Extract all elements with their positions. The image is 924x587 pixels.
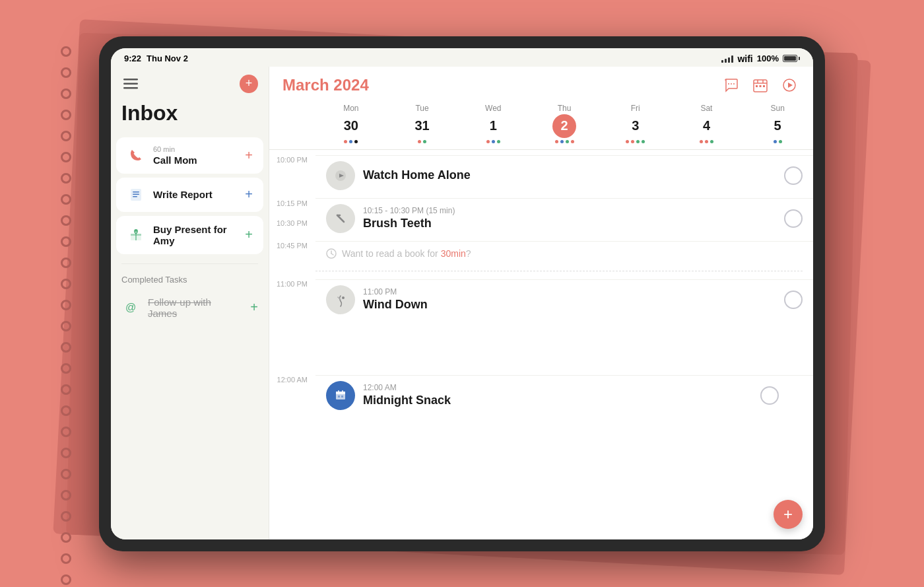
task-icon-gift (127, 226, 145, 244)
calendar-header-actions (721, 75, 800, 96)
day-col-sat[interactable]: Sat 4 (671, 101, 742, 149)
event-midnight-snack[interactable]: 12:00 AM Midnight Snack (315, 376, 813, 415)
event-checkbox-wind-down[interactable] (784, 291, 803, 309)
day-dots-wed (486, 140, 500, 144)
clock-icon (326, 248, 337, 259)
day-dots-sun (774, 140, 782, 144)
ipad-frame: 9:22 Thu Nov 2 wifi 100% (99, 36, 825, 551)
event-details-watch: Watch Home Alone (363, 168, 776, 182)
status-right: wifi 100% (721, 53, 800, 64)
status-time: 9:22 (124, 53, 141, 63)
task-add-buy-present[interactable]: + (245, 227, 253, 242)
timeslot-1045pm: 10:45 PM Want to read a book for 30min? (269, 238, 813, 265)
day-dots-sat (700, 140, 713, 144)
svg-rect-33 (342, 390, 343, 392)
dashed-divider (315, 271, 803, 271)
event-wind-down[interactable]: 11:00 PM Wind Down (315, 280, 813, 320)
calendar-title: March 2024 (282, 76, 369, 94)
play-icon[interactable] (779, 75, 800, 96)
event-icon-wind-down (326, 285, 355, 314)
event-brush-teeth[interactable]: 10:15 - 10:30 PM (15 min) Brush Teeth (315, 199, 813, 238)
event-time-wind-down: 11:00 PM (363, 287, 776, 296)
day-number-wed: 1 (481, 114, 505, 138)
svg-rect-34 (338, 396, 340, 397)
timeslot-12am: 12:00 AM (269, 372, 813, 415)
event-title-midnight-snack: Midnight Snack (363, 394, 752, 407)
timeline-area[interactable]: 10:00 PM Watch Home Alone (269, 150, 813, 539)
week-header: Mon 30 Tue 31 (269, 101, 813, 150)
task-title-follow-up-james: Follow-up with James (148, 296, 242, 319)
day-dots-tue (418, 140, 426, 144)
svg-rect-6 (133, 196, 137, 197)
task-content-write-report: Write Report (153, 189, 237, 200)
fab-add-button[interactable]: + (774, 500, 803, 529)
app-content: + Inbox 60 min Call Mom + (111, 67, 813, 539)
task-add-follow-up[interactable]: + (250, 300, 258, 315)
day-number-tue: 31 (411, 114, 434, 138)
completed-section-title: Completed Tasks (111, 272, 269, 290)
day-col-thu[interactable]: Thu 2 (529, 101, 600, 149)
task-item-follow-up-james: @ Follow-up with James + (111, 290, 269, 326)
battery-icon (783, 55, 800, 62)
day-name-wed: Wed (485, 104, 501, 113)
task-item-call-mom[interactable]: 60 min Call Mom + (116, 137, 263, 174)
task-item-buy-present[interactable]: Buy Present for Amy + (116, 216, 263, 254)
day-col-sun[interactable]: Sun 5 (742, 101, 813, 149)
event-icon-watch (326, 161, 355, 190)
task-add-call-mom[interactable]: + (245, 148, 253, 163)
ipad-screen: 9:22 Thu Nov 2 wifi 100% (111, 48, 813, 539)
time-label-12am: 12:00 AM (269, 375, 315, 384)
svg-rect-19 (763, 85, 765, 87)
time-label-1030pm: 10:30 PM (277, 207, 308, 227)
event-checkbox-watch[interactable] (784, 166, 803, 185)
svg-point-10 (728, 83, 729, 85)
sidebar-toggle-icon[interactable] (121, 75, 140, 93)
task-icon-phone (127, 146, 145, 164)
event-checkbox-brush[interactable] (784, 209, 803, 228)
svg-line-24 (337, 215, 344, 222)
svg-rect-1 (123, 83, 138, 85)
task-add-write-report[interactable]: + (245, 187, 253, 202)
task-icon-report (127, 186, 145, 204)
day-number-sun: 5 (766, 114, 789, 138)
time-label-1015pm: 10:15 PM (277, 198, 308, 207)
day-col-fri[interactable]: Fri 3 (600, 101, 671, 149)
event-watch-home-alone[interactable]: Watch Home Alone (315, 156, 813, 195)
task-item-write-report[interactable]: Write Report + (116, 178, 263, 212)
day-dots-thu (555, 140, 574, 144)
sidebar-add-button[interactable]: + (240, 75, 258, 93)
time-label-1045pm: 10:45 PM (269, 241, 315, 250)
task-title-buy-present: Buy Present for Amy (153, 224, 237, 246)
day-name-fri: Fri (631, 104, 640, 113)
timeslot-11pm: 11:00 PM (269, 277, 813, 320)
signal-icon (721, 55, 733, 63)
calendar-header: March 2024 (269, 67, 813, 101)
suggestion-text: Want to read a book for 30min? (342, 248, 471, 259)
day-col-wed[interactable]: Wed 1 (457, 101, 529, 149)
task-duration-call-mom: 60 min (153, 145, 237, 153)
day-dots-mon (344, 140, 358, 144)
event-details-wind-down: 11:00 PM Wind Down (363, 287, 776, 312)
gap-space (269, 320, 813, 372)
event-checkbox-midnight-snack[interactable] (760, 386, 779, 405)
day-name-sat: Sat (700, 104, 712, 113)
event-icon-midnight-snack (326, 381, 355, 410)
day-col-tue[interactable]: Tue 31 (387, 101, 458, 149)
time-label-11pm: 11:00 PM (269, 279, 315, 288)
event-time-midnight-snack: 12:00 AM (363, 383, 752, 392)
calendar-view-icon[interactable] (750, 75, 771, 96)
section-divider (121, 263, 258, 264)
svg-point-12 (733, 83, 735, 85)
day-number-thu: 2 (552, 114, 576, 138)
task-content-call-mom: 60 min Call Mom (153, 145, 237, 166)
svg-rect-9 (135, 234, 137, 240)
suggestion-highlight: 30min (441, 248, 466, 259)
day-col-mon[interactable]: Mon 30 (315, 101, 387, 149)
day-name-thu: Thu (558, 104, 572, 113)
svg-rect-31 (336, 392, 345, 394)
chat-icon[interactable] (721, 75, 742, 96)
calendar-main: March 2024 (269, 67, 813, 539)
sidebar-header: + (111, 67, 269, 98)
event-details-midnight-snack: 12:00 AM Midnight Snack (363, 383, 752, 407)
timeslot-1015pm: 10:15 PM 10:30 PM 10:15 - 10:30 PM (15 m… (269, 195, 813, 238)
